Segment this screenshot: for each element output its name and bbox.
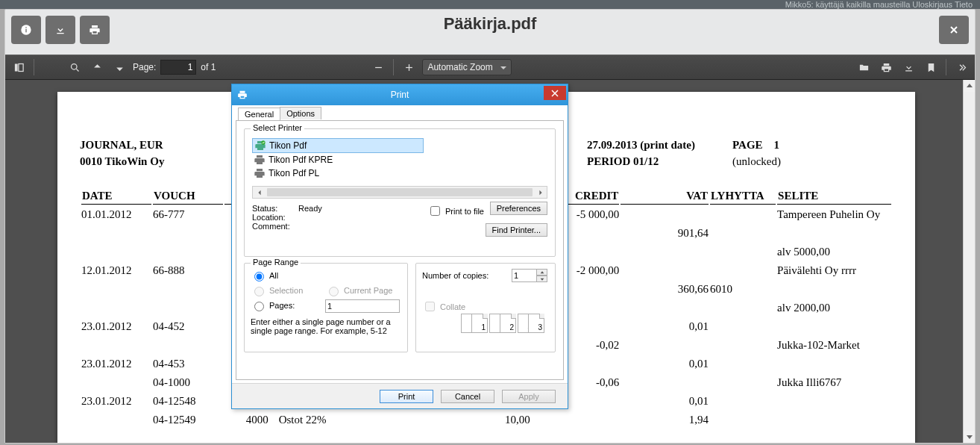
pdf-toolbar: Page: of 1 Automatic Zoom: [5, 55, 975, 80]
comment-key: Comment:: [252, 222, 298, 231]
printer-item-tikon-pdf-pl[interactable]: Tikon Pdf PL: [252, 167, 547, 180]
dialog-apply-button: Apply: [502, 390, 556, 403]
copies-label: Number of copies:: [422, 271, 489, 280]
col-vat: VAT: [621, 189, 709, 205]
print-dialog: Print General Options Select Printer Tik…: [231, 84, 568, 409]
scroll-up-button[interactable]: [964, 80, 975, 92]
find-printer-button[interactable]: Find Printer...: [486, 223, 547, 237]
status-key: Status:: [252, 204, 298, 213]
print-dialog-close-button[interactable]: [544, 86, 566, 100]
col-sel: SELITE: [777, 189, 891, 205]
hscroll-right[interactable]: [534, 187, 547, 198]
sidebar-toggle-button[interactable]: [10, 58, 28, 76]
zoom-out-button[interactable]: [369, 58, 387, 76]
svg-rect-4: [18, 63, 22, 71]
modal-title: Pääkirja.pdf: [5, 14, 975, 34]
doc-header-left: JOURNAL, EUR 0010 TikoWin Oy: [80, 137, 164, 169]
hscroll-left[interactable]: [253, 187, 266, 198]
doc-header-right-1: 27.09.2013 (print date) PERIOD 01/12: [587, 137, 695, 169]
pages-input[interactable]: [325, 299, 400, 313]
radio-current-page: Current Page: [325, 284, 392, 296]
group-select-printer-label: Select Printer: [251, 123, 304, 132]
copies-down-button[interactable]: [536, 276, 547, 282]
doc-header-right-2: PAGE 1 (unlocked): [732, 137, 781, 169]
background-app-bar: Mikko5: käyttäjä kaikilla mausteilla Ulo…: [0, 0, 980, 9]
printer-icon: [254, 154, 266, 166]
dialog-cancel-button[interactable]: Cancel: [441, 390, 494, 403]
tools-menu-button[interactable]: [952, 58, 970, 76]
preferences-button[interactable]: Preferences: [490, 202, 547, 215]
find-button[interactable]: [66, 58, 84, 76]
dialog-print-button[interactable]: Print: [380, 390, 433, 403]
copies-up-button[interactable]: [536, 269, 547, 276]
status-value: Ready: [298, 204, 322, 213]
collate-checkbox: Collate: [422, 299, 465, 314]
modal-close-button[interactable]: [939, 16, 969, 44]
location-key: Location:: [252, 213, 298, 222]
tab-options[interactable]: Options: [280, 107, 321, 119]
col-lyh: LYHYTTA: [710, 189, 776, 205]
radio-pages[interactable]: Pages:: [251, 299, 295, 311]
bookmark-button[interactable]: [922, 58, 940, 76]
radio-selection: Selection: [251, 284, 303, 296]
printer-icon: [254, 167, 266, 179]
pages-hint: Enter either a single page number or a s…: [251, 317, 403, 335]
scroll-down-button[interactable]: [964, 431, 975, 443]
page-label: Page:: [133, 62, 156, 72]
page-count-label: of 1: [201, 62, 216, 72]
collate-illustration: 11 22 33: [467, 314, 544, 335]
printer-list[interactable]: Tikon Pdf Tikon Pdf KPRE Tikon Pdf PL: [252, 138, 547, 184]
toolbar-print-button[interactable]: [877, 58, 895, 76]
copies-input[interactable]: [512, 269, 537, 282]
printer-icon: [254, 140, 266, 152]
col-date: DATE: [81, 189, 151, 205]
next-page-button[interactable]: [110, 58, 128, 76]
toolbar-download-button[interactable]: [899, 58, 917, 76]
svg-point-5: [71, 63, 77, 69]
col-vouch: VOUCH: [153, 189, 223, 205]
tab-pane-general: Select Printer Tikon Pdf Tikon Pdf KPRE …: [236, 120, 564, 380]
printer-list-hscroll[interactable]: [252, 186, 547, 199]
print-to-file-checkbox[interactable]: Print to file: [427, 204, 484, 218]
svg-rect-8: [409, 64, 409, 71]
radio-all[interactable]: All: [251, 270, 278, 281]
page-number-input[interactable]: [160, 60, 196, 75]
open-file-button[interactable]: [855, 58, 873, 76]
table-row: 04-125494000Ostot 22%10,001,94: [81, 411, 891, 429]
svg-rect-6: [375, 66, 382, 67]
zoom-select[interactable]: Automatic Zoom: [422, 59, 512, 75]
svg-rect-3: [14, 63, 17, 71]
print-dialog-titlebar[interactable]: Print: [232, 84, 568, 105]
print-dialog-title: Print: [232, 90, 568, 100]
printer-item-tikon-pdf-kpre[interactable]: Tikon Pdf KPRE: [252, 153, 547, 167]
prev-page-button[interactable]: [88, 58, 106, 76]
modal-header: Pääkirja.pdf: [5, 10, 975, 46]
zoom-in-button[interactable]: [400, 58, 418, 76]
group-page-range-label: Page Range: [251, 258, 301, 267]
pdf-vertical-scrollbar[interactable]: [963, 80, 975, 443]
printer-item-tikon-pdf[interactable]: Tikon Pdf: [252, 138, 424, 153]
tab-general[interactable]: General: [238, 108, 280, 120]
